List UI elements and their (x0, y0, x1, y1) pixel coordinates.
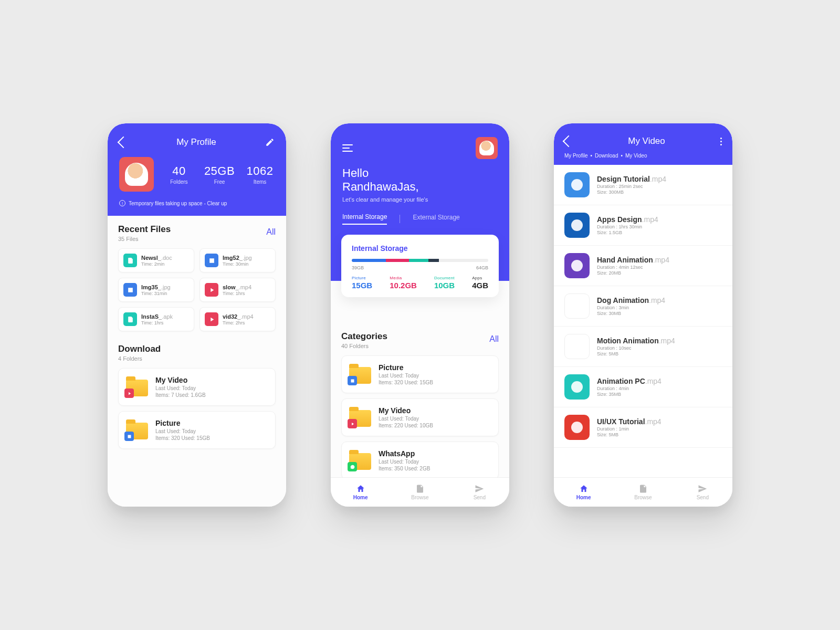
storage-cat: Document 10GB (434, 276, 455, 290)
avatar[interactable] (476, 137, 498, 159)
vid-icon (205, 283, 218, 297)
folder-item[interactable]: My Video Last Used: Today Items: 7 Used:… (118, 368, 276, 406)
folder-icon (126, 377, 148, 396)
folder-detail: Items: 220 Used: 10GB (379, 423, 433, 428)
file-item[interactable]: InstaS_.apk Time: 1hrs (118, 307, 194, 331)
screen-home: Hello RandhawaJas, Let's clear and manag… (331, 123, 509, 507)
storage-card[interactable]: Internal Storage 39GB64GB Picture 15GB M… (341, 235, 499, 297)
video-duration: Duration : 4min 12sec (597, 265, 669, 270)
nav-browse[interactable]: Browse (613, 478, 673, 507)
screen-my-profile: My Profile 40 Folders 25GB Free 1062 Ite… (108, 123, 286, 507)
folder-item[interactable]: My Video Last Used: Today Items: 220 Use… (341, 398, 499, 436)
folder-last: Last Used: Today (155, 385, 206, 391)
video-item[interactable]: UI/UX Tutorial.mp4 Duration : 1min Size:… (554, 407, 732, 448)
cleanup-banner[interactable]: ! Temporary files taking up space - Clea… (119, 200, 275, 206)
file-name: Img35_.jpg (141, 284, 171, 290)
file-item[interactable]: Img35_.jpg Time: 31min (118, 278, 194, 302)
img-icon (123, 283, 137, 297)
more-icon[interactable] (720, 138, 722, 145)
file-time: Time: 1hrs (141, 320, 173, 326)
breadcrumb[interactable]: My Profile•Download•My Video (564, 153, 722, 159)
folder-last: Last Used: Today (379, 416, 433, 422)
file-item[interactable]: slow_.mp4 Time: 1hrs (200, 278, 276, 302)
nav-browse[interactable]: Browse (390, 478, 449, 507)
menu-icon[interactable] (342, 144, 353, 152)
video-duration: Duration : 1min (597, 426, 662, 432)
nav-send[interactable]: Send (450, 478, 509, 507)
doc-icon (123, 312, 137, 326)
edit-icon[interactable] (265, 138, 275, 147)
video-thumb (564, 253, 590, 278)
folder-detail: Items: 320 Used: 15GB (155, 435, 210, 441)
file-item[interactable]: vid32_.mp4 Time: 2hrs (200, 307, 276, 331)
back-icon[interactable] (118, 136, 130, 149)
nav-home[interactable]: Home (331, 478, 390, 507)
stat-free: 25GB Free (204, 164, 235, 185)
video-item[interactable]: Dog Animation.mp4 Duration : 3min Size: … (554, 286, 732, 327)
file-item[interactable]: Newsl_.doc Time: 2min (118, 248, 194, 272)
video-item[interactable]: Design Tutorial.mp4 Duration : 25min 2se… (554, 165, 732, 205)
storage-used: 39GB (352, 265, 364, 270)
warning-icon: ! (119, 200, 125, 206)
greeting-sub: Let's clear and manage your file's (342, 196, 498, 203)
video-item[interactable]: Hand Animation.mp4 Duration : 4min 12sec… (554, 246, 732, 286)
stat-folders: 40 Folders (164, 164, 194, 185)
tab-internal-storage[interactable]: Internal Storage (342, 213, 387, 225)
stat-items: 1062 Items (245, 164, 275, 185)
storage-cat: Apps 4GB (472, 276, 488, 290)
categories-title: Categories (341, 331, 387, 342)
file-item[interactable]: Img52_.jpg Time: 30min (200, 248, 276, 272)
folder-last: Last Used: Today (155, 428, 210, 434)
categories-all-link[interactable]: All (489, 334, 499, 344)
folder-name: My Video (379, 406, 433, 415)
folder-item[interactable]: Picture Last Used: Today Items: 320 Used… (118, 411, 276, 449)
file-time: Time: 2hrs (223, 320, 254, 326)
video-thumb (564, 213, 590, 238)
recent-all-link[interactable]: All (266, 227, 276, 237)
file-time: Time: 31min (141, 291, 171, 296)
video-name: UI/UX Tutorial.mp4 (597, 417, 662, 426)
folder-name: My Video (155, 376, 206, 384)
avatar[interactable] (119, 157, 154, 192)
nav-home[interactable]: Home (554, 478, 613, 507)
folder-item[interactable]: WhatsApp Last Used: Today Items: 350 Use… (341, 442, 499, 477)
file-time: Time: 1hrs (223, 291, 251, 296)
video-duration: Duration : 25min 2sec (597, 184, 666, 189)
folder-last: Last Used: Today (379, 373, 433, 379)
nav-send[interactable]: Send (673, 478, 732, 507)
video-item[interactable]: Motion Animation.mp4 Duration : 10sec Si… (554, 327, 732, 367)
page-title: My Profile (176, 137, 216, 148)
video-duration: Duration : 3min (597, 305, 665, 310)
video-duration: Duration : 4min (597, 386, 662, 391)
video-thumb (564, 293, 590, 319)
page-title: My Video (628, 136, 665, 146)
video-thumb (564, 334, 590, 359)
file-name: slow_.mp4 (223, 284, 251, 290)
folder-item[interactable]: Picture Last Used: Today Items: 320 Used… (341, 355, 499, 393)
bottom-nav: Home Browse Send (331, 477, 509, 507)
video-thumb (564, 374, 590, 400)
video-size: Size: 30MB (597, 311, 665, 316)
file-name: Newsl_.doc (141, 255, 172, 261)
file-name: Img52_.jpg (223, 255, 252, 261)
folder-detail: Items: 350 Used: 2GB (379, 466, 430, 471)
video-size: Size: 20MB (597, 270, 669, 276)
storage-bar (352, 259, 488, 262)
video-name: Dog Animation.mp4 (597, 296, 665, 304)
storage-cat: Picture 15GB (352, 276, 372, 290)
file-name: vid32_.mp4 (223, 313, 254, 320)
storage-cat: Media 10.2GB (390, 276, 417, 290)
folder-icon (349, 451, 371, 470)
back-icon[interactable] (563, 135, 575, 148)
bottom-nav: Home Browse Send (554, 477, 732, 507)
video-item[interactable]: Animation PC.mp4 Duration : 4min Size: 3… (554, 367, 732, 407)
download-title: Download (118, 344, 161, 354)
categories-sub: 40 Folders (341, 343, 387, 349)
tab-external-storage[interactable]: External Storage (413, 214, 459, 224)
greeting-hello: Hello (342, 166, 498, 180)
folder-icon (349, 408, 371, 427)
storage-card-title: Internal Storage (352, 244, 488, 253)
video-item[interactable]: Apps Design.mp4 Duration : 1hrs 30min Si… (554, 205, 732, 246)
recent-files-sub: 35 Files (118, 236, 171, 242)
screen-my-video: My Video My Profile•Download•My Video De… (554, 123, 732, 507)
